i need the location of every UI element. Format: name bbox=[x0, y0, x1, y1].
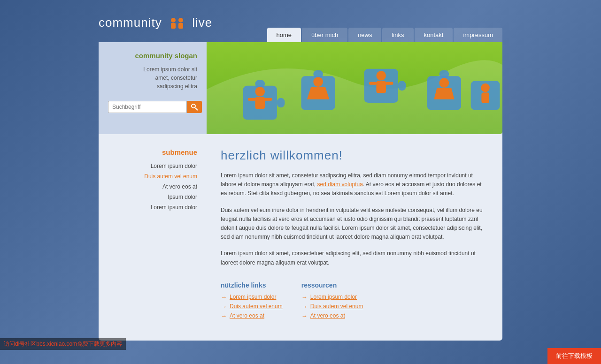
svg-rect-23 bbox=[385, 82, 393, 85]
svg-rect-21 bbox=[376, 81, 386, 93]
svg-point-0 bbox=[171, 18, 176, 23]
watermark: 访问dl号社区bbs.xieniao.com免费下载更多内容 bbox=[0, 338, 126, 350]
nav-links[interactable]: links bbox=[382, 28, 413, 42]
arrow-icon: → bbox=[301, 312, 308, 319]
logo-people-icon bbox=[168, 15, 186, 31]
nav-kontakt[interactable]: kontakt bbox=[415, 28, 453, 42]
footer-link-2-0-text[interactable]: Lorem ipsum dolor bbox=[310, 294, 357, 300]
svg-rect-15 bbox=[313, 70, 323, 78]
arrow-icon: → bbox=[221, 303, 227, 310]
main-wrapper: community slogan Lorem ipsum dolor sitam… bbox=[99, 42, 502, 341]
sidebar: submenue Lorem ipsum dolor Duis autem ve… bbox=[99, 144, 207, 331]
search-button[interactable] bbox=[187, 101, 202, 113]
svg-rect-19 bbox=[398, 81, 406, 91]
logo-text: community live bbox=[99, 15, 212, 31]
svg-point-26 bbox=[439, 78, 449, 88]
svg-point-10 bbox=[255, 87, 265, 97]
sidebar-item-4[interactable]: Lorem ipsum dolor bbox=[108, 202, 197, 212]
svg-rect-22 bbox=[369, 82, 377, 85]
footer-col-1: nützliche links → Lorem ipsum dolor → Du… bbox=[221, 281, 283, 322]
content-para-1: Lorem ipsum dolor sit amet, consetetur s… bbox=[221, 171, 488, 198]
footer-link-1-0: → Lorem ipsum dolor bbox=[221, 294, 283, 301]
logo: community live bbox=[99, 15, 212, 31]
footer-link-2-0: → Lorem ipsum dolor bbox=[301, 294, 363, 301]
content-area: submenue Lorem ipsum dolor Duis autem ve… bbox=[99, 134, 502, 341]
footer-col-2: ressourcen → Lorem ipsum dolor → Duis au… bbox=[301, 281, 363, 322]
nav-news[interactable]: news bbox=[348, 28, 381, 42]
search-input[interactable] bbox=[108, 101, 187, 113]
sidebar-item-3[interactable]: Ipsum dolor bbox=[108, 192, 197, 202]
nav-home[interactable]: home bbox=[267, 28, 301, 42]
svg-rect-8 bbox=[255, 80, 265, 88]
svg-point-29 bbox=[481, 83, 490, 92]
footer-link-1-1-text[interactable]: Duis autem vel enum bbox=[230, 303, 283, 310]
search-icon bbox=[191, 103, 198, 111]
svg-rect-1 bbox=[171, 23, 176, 29]
footer-link-1-2-text[interactable]: At vero eos at bbox=[230, 312, 264, 319]
footer-link-2-2-text[interactable]: At vero eos at bbox=[310, 312, 345, 319]
svg-point-20 bbox=[376, 71, 386, 81]
hero-description: Lorem ipsum dolor sitamet, consetetursad… bbox=[108, 65, 197, 91]
sidebar-title: submenue bbox=[108, 148, 197, 156]
arrow-icon: → bbox=[221, 312, 227, 319]
svg-rect-9 bbox=[277, 98, 285, 108]
footer-link-1-2: → At vero eos at bbox=[221, 312, 283, 319]
hero-image bbox=[207, 42, 502, 134]
nav-uber-mich[interactable]: über mich bbox=[302, 28, 347, 42]
svg-rect-25 bbox=[439, 70, 449, 78]
search-box bbox=[108, 101, 197, 113]
arrow-icon: → bbox=[301, 294, 308, 301]
welcome-title: herzlich willkommen! bbox=[221, 148, 488, 163]
svg-point-2 bbox=[178, 18, 183, 23]
main-content: herzlich willkommen! Lorem ipsum dolor s… bbox=[207, 144, 502, 331]
footer-link-2-2: → At vero eos at bbox=[301, 312, 363, 319]
svg-marker-27 bbox=[434, 88, 454, 99]
hero-slogan: community slogan bbox=[108, 52, 197, 60]
sidebar-item-0[interactable]: Lorem ipsum dolor bbox=[108, 161, 197, 171]
svg-rect-30 bbox=[481, 92, 489, 103]
header: community live home über mich news links… bbox=[0, 0, 601, 42]
download-button[interactable]: 前往下载模板 bbox=[547, 348, 601, 364]
hero-left: community slogan Lorem ipsum dolor sitam… bbox=[99, 42, 207, 134]
svg-rect-11 bbox=[255, 97, 265, 109]
sed-diam-link[interactable]: sed diam voluptua bbox=[317, 181, 362, 188]
footer-col-2-title: ressourcen bbox=[301, 281, 363, 289]
hero-section: community slogan Lorem ipsum dolor sitam… bbox=[99, 42, 502, 134]
arrow-icon: → bbox=[301, 303, 308, 310]
svg-point-16 bbox=[313, 77, 323, 87]
svg-rect-3 bbox=[178, 23, 183, 29]
arrow-icon: → bbox=[221, 294, 227, 301]
svg-rect-12 bbox=[248, 98, 256, 101]
svg-point-4 bbox=[192, 104, 195, 108]
sidebar-item-1[interactable]: Duis autem vel enum bbox=[108, 171, 197, 182]
svg-marker-17 bbox=[307, 87, 329, 99]
main-nav: home über mich news links kontakt impres… bbox=[266, 28, 502, 42]
footer-col-1-title: nützliche links bbox=[221, 281, 283, 289]
nav-impressum[interactable]: impressum bbox=[454, 28, 502, 42]
svg-line-5 bbox=[195, 108, 198, 110]
footer-link-2-1-text[interactable]: Duis autem vel enum bbox=[310, 303, 363, 310]
svg-rect-13 bbox=[264, 98, 272, 101]
footer-link-1-0-text[interactable]: Lorem ipsum dolor bbox=[230, 294, 276, 300]
footer-link-2-1: → Duis autem vel enum bbox=[301, 303, 363, 310]
content-para-3: Lorem ipsum dolor sit amet, consectetuer… bbox=[221, 249, 488, 267]
content-para-2: Duis autem vel eum iriure dolor in hendr… bbox=[221, 206, 488, 242]
footer-links: nützliche links → Lorem ipsum dolor → Du… bbox=[221, 277, 488, 322]
sidebar-item-2[interactable]: At vero eos at bbox=[108, 182, 197, 192]
footer-link-1-1: → Duis autem vel enum bbox=[221, 303, 283, 310]
